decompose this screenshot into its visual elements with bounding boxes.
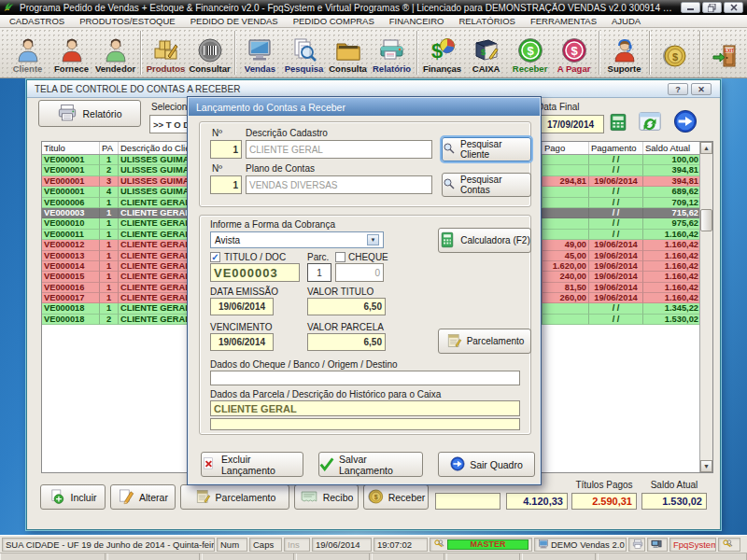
refresh-icon[interactable]: [638, 109, 662, 137]
calculadora-button[interactable]: Calculadora (F2): [438, 228, 531, 253]
plano-num-field[interactable]: 1: [210, 175, 242, 194]
forma-cobranca-dropdown[interactable]: Avista ▼: [210, 231, 384, 248]
excluir-button[interactable]: Excluir Lançamento: [201, 452, 303, 477]
toolbar-separator: [649, 31, 650, 75]
menu-relatórios[interactable]: RELATÓRIOS: [451, 16, 523, 26]
receipt-icon: [300, 487, 318, 508]
toolbar-separator: [599, 31, 599, 75]
toolbar-sair[interactable]: EXIT: [703, 28, 747, 77]
scroll-down-icon[interactable]: ▼: [700, 460, 712, 472]
toolbar-financas[interactable]: $Finanças: [420, 28, 464, 77]
menu-pedido-compras[interactable]: PEDIDO COMPRAS: [286, 16, 382, 26]
pesquisar-cliente-button[interactable]: Pesquisar Cliente: [442, 137, 531, 161]
toolbar-cliente[interactable]: Cliente: [6, 28, 49, 77]
pesquisar-contas-button[interactable]: Pesquisar Contas: [442, 173, 531, 197]
calculator-icon: [439, 231, 456, 250]
column-header[interactable]: Pago: [543, 142, 589, 154]
close-button[interactable]: [724, 2, 743, 13]
cadastro-num-field[interactable]: 1: [210, 140, 242, 159]
toolbar-a-pagar[interactable]: $A Pagar: [552, 28, 596, 77]
magnifier-icon: [443, 177, 456, 192]
cheque-field[interactable]: 0: [335, 263, 384, 282]
toolbar-receber[interactable]: $Receber: [508, 28, 552, 77]
finance-icon: $: [430, 32, 456, 63]
toolbar-label: CAIXA: [472, 63, 500, 74]
restore-button[interactable]: [702, 2, 722, 13]
toolbar-caixa[interactable]: $CAIXA: [464, 28, 508, 77]
parcelamento-button[interactable]: Parcelamento: [180, 484, 289, 510]
menu-ferramentas[interactable]: FERRAMENTAS: [523, 16, 604, 26]
svg-text:$: $: [672, 50, 678, 62]
titulo-doc-checkbox[interactable]: ✓: [210, 252, 220, 262]
cell-titulo: VE000014: [42, 261, 100, 272]
receber-button[interactable]: $Receber: [363, 484, 429, 510]
cell-pago: [543, 230, 589, 240]
scroll-up-icon[interactable]: ▲: [700, 142, 712, 154]
toolbar-vendedor[interactable]: Vendedor: [93, 28, 137, 77]
titulo-doc-field[interactable]: VE000003: [210, 263, 300, 282]
menu-pedido-de-vendas[interactable]: PEDIDO DE VENDAS: [183, 16, 286, 26]
minimize-button[interactable]: [681, 2, 700, 13]
toolbar-produtos[interactable]: Produtos: [144, 28, 188, 77]
recibo-button[interactable]: Recibo: [294, 484, 359, 510]
printer-tiny-icon: [632, 539, 643, 550]
sair-quadro-button[interactable]: Sair Quadro: [438, 452, 535, 477]
column-header[interactable]: Saldo Atual: [643, 142, 701, 154]
support-icon: [612, 32, 638, 63]
menu-ajuda[interactable]: AJUDA: [604, 16, 648, 26]
menu-cadastros[interactable]: CADASTROS: [2, 16, 72, 26]
alterar-button[interactable]: Alterar: [110, 484, 176, 510]
incluir-button[interactable]: Incluir: [40, 484, 106, 510]
toolbar-relatorio[interactable]: Relatório: [370, 28, 414, 77]
toolbar-consultar[interactable]: Consultar: [188, 28, 232, 77]
cell-pagamento: 19/06/2014: [589, 261, 643, 272]
status-cell: [107, 553, 200, 560]
menu-financeiro[interactable]: FINANCEIRO: [382, 16, 452, 26]
toolbar-suporte[interactable]: Suporte: [602, 28, 646, 77]
toolbar-fornecedor[interactable]: Fornece: [49, 28, 93, 77]
descricao-cadastro-label: Descrição Cadastro: [246, 128, 328, 138]
cheque-label: CHEQUE: [348, 252, 388, 262]
toolbar-label: Finanças: [423, 63, 461, 74]
data-final-field[interactable]: 17/09/2014: [537, 115, 604, 133]
monitor-icon: [247, 32, 273, 63]
valor-titulo-field[interactable]: 6,50: [307, 298, 386, 315]
parc-field[interactable]: 1: [307, 263, 331, 282]
menu-produtos-estoque[interactable]: PRODUTOS/ESTOQUE: [72, 16, 183, 26]
vencimento-field[interactable]: 19/06/2014: [210, 333, 274, 351]
toolbar-pesquisa[interactable]: Pesquisa: [282, 28, 326, 77]
salvar-button[interactable]: Salvar Lançamento: [318, 452, 423, 477]
toolbar-moeda[interactable]: $: [653, 28, 697, 77]
data-emissao-field[interactable]: 19/06/2014: [210, 298, 274, 315]
parcelamento-dialog-button[interactable]: Parcelamento: [438, 329, 531, 354]
calendar-icon[interactable]: [609, 113, 627, 135]
cheque-checkbox[interactable]: [335, 252, 345, 262]
toolbar-label: Vendedor: [95, 63, 135, 74]
cell-pa: 2: [100, 315, 119, 325]
next-arrow-icon[interactable]: [673, 109, 698, 137]
cell-pago: [543, 165, 589, 175]
toolbar-consulta[interactable]: Consulta: [326, 28, 370, 77]
plano-contas-field[interactable]: VENDAS DIVERSAS: [246, 175, 432, 194]
column-header[interactable]: PA: [100, 142, 119, 154]
help-icon[interactable]: ?: [668, 83, 688, 95]
relatorio-button[interactable]: Relatório: [38, 100, 141, 127]
cell-pa: 1: [100, 230, 119, 240]
cell-saldo: 100,00: [643, 155, 701, 165]
close-window-icon[interactable]: ✕: [691, 83, 712, 95]
notepad-icon: [194, 488, 211, 507]
column-header[interactable]: Pagamento: [589, 142, 643, 154]
dados-parcela-field2[interactable]: [210, 418, 520, 430]
valor-parcela-field[interactable]: 6,50: [307, 333, 386, 351]
dados-cheque-field[interactable]: [210, 371, 520, 385]
scroll-thumb[interactable]: [700, 209, 712, 231]
status-segment: DEMO Vendas 2.0: [534, 538, 627, 552]
descricao-cadastro-field[interactable]: CLIENTE GERAL: [246, 140, 432, 159]
dados-parcela-field[interactable]: CLIENTE GERAL: [210, 400, 520, 416]
column-header[interactable]: Titulo: [42, 142, 100, 154]
statusbar: SUA CIDADE - UF 19 de Junho de 2014 - Qu…: [0, 535, 747, 553]
cell-titulo: VE000001: [42, 176, 100, 187]
svg-text:$: $: [571, 44, 578, 58]
vertical-scrollbar[interactable]: ▲ ▼: [699, 142, 712, 472]
toolbar-vendas[interactable]: Vendas: [238, 28, 282, 77]
